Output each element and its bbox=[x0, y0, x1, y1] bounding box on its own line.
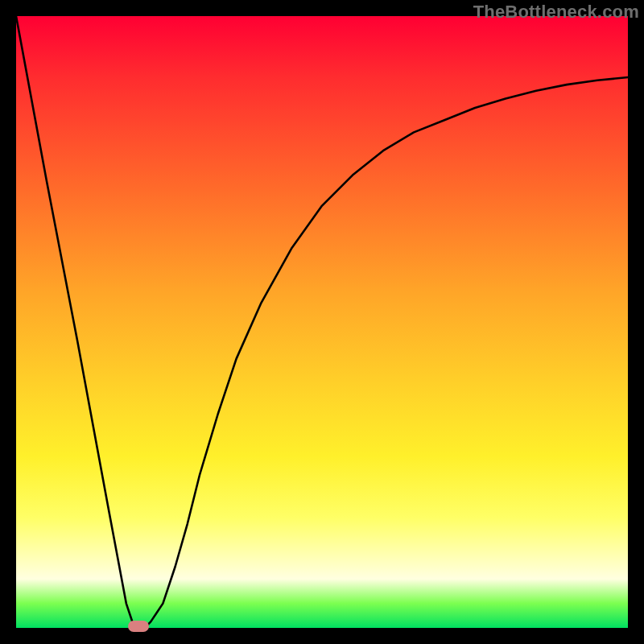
watermark-text: TheBottleneck.com bbox=[473, 2, 639, 23]
optimal-point-marker bbox=[128, 621, 149, 632]
chart-frame: TheBottleneck.com bbox=[0, 0, 644, 644]
plot-area bbox=[16, 16, 628, 628]
bottleneck-curve bbox=[16, 16, 628, 628]
